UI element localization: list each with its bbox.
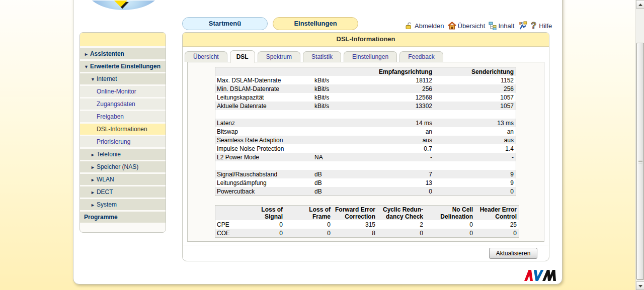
scrollbar-thumb[interactable]	[636, 43, 644, 280]
chevron-down-icon: ▼	[84, 61, 89, 72]
fritzbox-logo	[76, 1, 247, 11]
refresh-button[interactable]: Aktualisieren	[489, 248, 537, 259]
ip-view-link[interactable]: IP	[518, 21, 527, 30]
help-link[interactable]: ? Hilfe	[531, 21, 552, 30]
dsl-row-empty	[215, 110, 516, 119]
page-title: DSL-Informationen	[183, 33, 549, 47]
sidebar: ►Assistenten▼Erweiterte Einstellungen▼In…	[79, 32, 166, 233]
avm-logo	[524, 269, 556, 281]
sidebar-item-label: Freigaben	[97, 113, 124, 120]
page: { "top_nav": { "startmenu_label": "Start…	[0, 0, 644, 290]
logout-link[interactable]: Abmelden	[405, 22, 444, 30]
dsl-row-signal-rauschabstand: Signal/RauschabstanddB79	[215, 170, 516, 178]
sidebar-item-label: DSL-Informationen	[97, 126, 147, 133]
dsl-row-impulse-noise-protection: Impulse Noise Protection0.71.4	[215, 144, 516, 153]
chevron-right-icon: ►	[91, 174, 95, 185]
dsl-row-powercutback: PowercutbackdB00	[215, 187, 516, 196]
error-row-coe: COE008000	[215, 229, 519, 238]
sidebar-item-programme[interactable]: Programme	[80, 212, 166, 223]
dsl-row-latenz: Latenz14 ms13 ms	[215, 119, 516, 127]
sidebar-item-label: Zugangsdaten	[97, 101, 135, 108]
dsl-row-bitswap: Bitswapanan	[215, 127, 516, 136]
dsl-row-l2-power-mode: L2 Power ModeNA--	[215, 153, 516, 161]
sidebar-item-erweiterte-einstellungen[interactable]: ▼Erweiterte Einstellungen	[80, 61, 166, 72]
sidebar-item-internet[interactable]: ▼Internet	[80, 73, 166, 84]
sidebar-item-label: WLAN	[97, 176, 114, 183]
t1-head-tx: Senderichtung	[432, 67, 516, 76]
content-box: DSL-Informationen ÜbersichtDSLSpektrumSt…	[182, 32, 549, 261]
main-panel: Startmenü Einstellungen Abmelden Übersic…	[73, 0, 562, 284]
sidebar-item-telefonie[interactable]: ►Telefonie	[80, 149, 166, 160]
sidebar-item-speicher-nas[interactable]: ►Speicher (NAS)	[80, 161, 166, 172]
arrow-down-icon	[638, 285, 642, 287]
svg-text:?: ?	[531, 21, 536, 30]
sidebar-item-label: Priorisierung	[97, 138, 130, 145]
bottom-separator	[183, 245, 548, 245]
dsl-row-aktuelle-datenrate: Aktuelle DatenratekBit/s133021057	[215, 102, 516, 110]
sidebar-item-label: Assistenten	[90, 50, 124, 57]
dsl-row-seamless-rate-adaption: Seamless Rate Adaptionausaus	[215, 136, 516, 144]
scroll-up-button[interactable]	[636, 0, 644, 9]
chevron-right-icon: ►	[91, 162, 95, 173]
lock-icon	[405, 22, 413, 30]
error-counters-header: Loss of SignalLoss of FrameForward Error…	[215, 206, 519, 221]
dsl-row-leitungsd-mpfung: LeitungsdämpfungdB139	[215, 178, 516, 187]
chevron-right-icon: ►	[91, 149, 95, 160]
sidebar-item-dect[interactable]: ►DECT	[80, 186, 166, 198]
tab-bar: ÜbersichtDSLSpektrumStatistikEinstellung…	[185, 50, 443, 62]
sidebar-item-label: Telefonie	[97, 151, 121, 158]
einstellungen-button[interactable]: Einstellungen	[273, 17, 358, 30]
sidebar-item-dsl-informationen[interactable]: DSL-Informationen	[80, 124, 166, 135]
dsl-parameters-table: Empfangsrichtung Senderichtung Max. DSLA…	[215, 67, 516, 196]
sidebar-item-freigaben[interactable]: Freigaben	[80, 111, 166, 122]
sidebar-item-label: Internet	[97, 75, 117, 82]
dsl-row-min-dslam-datenrate: Min. DSLAM-DatenratekBit/s256256	[215, 84, 516, 93]
sidebar-menu: ►Assistenten▼Erweiterte Einstellungen▼In…	[80, 48, 166, 223]
arrow-up-icon	[638, 4, 642, 6]
content-link[interactable]: Inhalt	[489, 22, 514, 30]
chevron-down-icon: ▼	[91, 74, 95, 85]
sidebar-header	[80, 33, 166, 46]
error-counters-table: Loss of SignalLoss of FrameForward Error…	[215, 205, 519, 238]
dsl-row-leitungskapazit-t: LeitungskapazitätkBit/s125681057	[215, 93, 516, 102]
ip-view-icon: IP	[518, 21, 527, 30]
dsl-row-max-dslam-datenrate: Max. DSLAM-DatenratekBit/s181121152	[215, 76, 516, 84]
sidebar-item-online-monitor[interactable]: Online-Monitor	[80, 86, 166, 97]
help-icon: ?	[531, 21, 537, 30]
scroll-down-button[interactable]	[636, 281, 644, 290]
scrollbar-grip	[638, 160, 642, 164]
sidebar-item-label: Erweiterte Einstellungen	[90, 63, 160, 70]
t1-head-unit	[314, 67, 371, 76]
tab-feedback[interactable]: Feedback	[399, 51, 443, 62]
overview-link[interactable]: Übersicht	[448, 22, 486, 30]
sidebar-item-system[interactable]: ►System	[80, 199, 166, 210]
sitemap-icon	[489, 22, 497, 30]
sidebar-item-priorisierung[interactable]: Priorisierung	[80, 136, 166, 147]
home-icon	[448, 22, 456, 30]
t1-head-rx: Empfangsrichtung	[371, 67, 432, 76]
sidebar-item-label: Online-Monitor	[97, 88, 136, 95]
tab-spektrum[interactable]: Spektrum	[258, 51, 300, 62]
sidebar-item-label: System	[97, 201, 117, 208]
top-links: Abmelden Übersicht Inhalt IP ? Hilfe	[405, 21, 552, 31]
sidebar-item-label: Programme	[84, 214, 118, 221]
tab-panel: Empfangsrichtung Senderichtung Max. DSLA…	[187, 62, 544, 242]
sidebar-item-label: Speicher (NAS)	[97, 163, 138, 170]
tab-statistik[interactable]: Statistik	[303, 51, 341, 62]
error-row-cpe: CPE003152025	[215, 220, 519, 229]
sidebar-item-label: DECT	[97, 188, 113, 196]
chevron-right-icon: ►	[84, 49, 89, 60]
sidebar-item-wlan[interactable]: ►WLAN	[80, 174, 166, 185]
startmenu-button[interactable]: Startmenü	[182, 17, 268, 30]
sidebar-item-assistenten[interactable]: ►Assistenten	[80, 48, 166, 59]
chevron-right-icon: ►	[91, 200, 95, 211]
chevron-right-icon: ►	[91, 187, 95, 198]
dsl-row-empty	[215, 161, 516, 170]
sidebar-item-zugangsdaten[interactable]: Zugangsdaten	[80, 99, 166, 110]
tab-einstellungen[interactable]: Einstellungen	[344, 51, 397, 62]
tab-dsl[interactable]: DSL	[230, 50, 255, 63]
t1-head-label	[215, 67, 315, 76]
tab-bersicht[interactable]: Übersicht	[185, 51, 227, 62]
scrollbar[interactable]	[635, 0, 644, 290]
